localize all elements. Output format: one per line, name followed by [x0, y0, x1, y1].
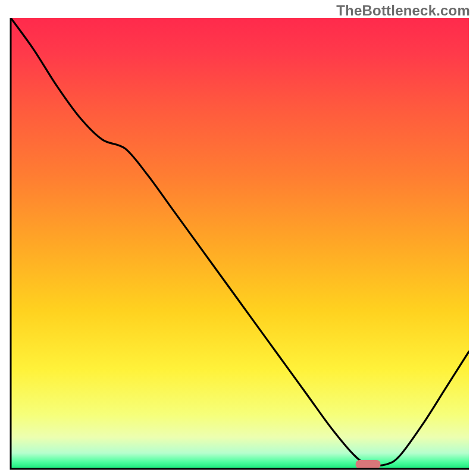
bottleneck-chart [0, 0, 476, 476]
optimal-marker [356, 460, 381, 469]
gradient-background [11, 18, 469, 469]
chart-container: TheBottleneck.com [0, 0, 476, 476]
